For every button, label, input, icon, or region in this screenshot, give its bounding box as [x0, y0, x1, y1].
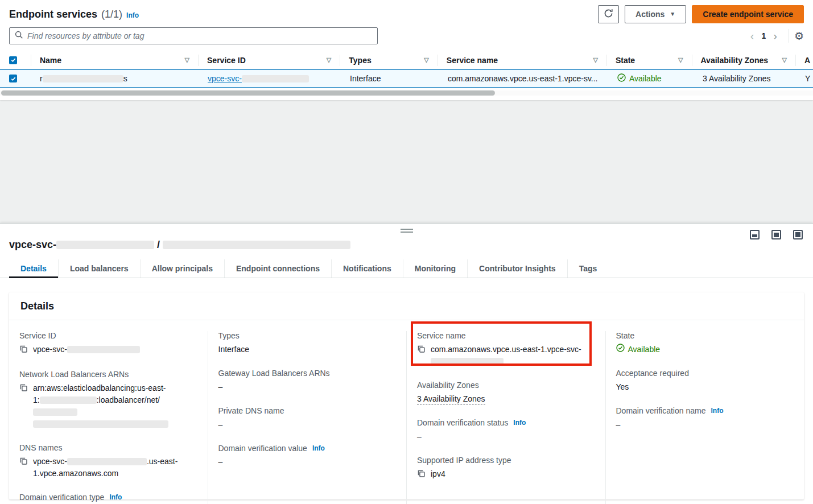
redacted-text	[242, 75, 309, 82]
tab-monitoring[interactable]: Monitoring	[403, 259, 467, 278]
search-icon	[15, 31, 23, 41]
column-header-service-id[interactable]: Service ID ▽	[199, 55, 340, 66]
prev-page-icon[interactable]: ‹	[745, 30, 760, 42]
cell-service-id: vpce-svc-	[199, 74, 341, 83]
refresh-icon	[604, 9, 613, 20]
redacted-text	[56, 241, 154, 249]
endpoint-services-panel: Endpoint services (1/1) Info Actions ▼ C…	[0, 0, 813, 100]
redacted-text	[40, 396, 97, 404]
details-card-heading: Details	[9, 292, 804, 320]
tab-endpoint-connections[interactable]: Endpoint connections	[224, 259, 331, 278]
sort-icon[interactable]: ▽	[185, 56, 189, 64]
actions-button[interactable]: Actions ▼	[625, 5, 686, 23]
pagination-divider	[788, 29, 789, 43]
search-input[interactable]	[27, 31, 372, 40]
details-column-1: Service ID vpce-svc- Network Load Balanc…	[9, 331, 208, 504]
search-box[interactable]	[9, 27, 378, 44]
copy-icon[interactable]	[19, 457, 28, 469]
title-info-link[interactable]: Info	[126, 11, 139, 19]
field-nlb-arns: Network Load Balancers ARNs arn:aws:elas…	[19, 370, 197, 430]
field-availability-zones: Availability Zones 3 Availability Zones	[417, 381, 595, 405]
field-types: Types Interface	[218, 331, 397, 356]
state-text: Available	[629, 74, 662, 83]
split-panel-drag-handle[interactable]	[401, 229, 413, 233]
column-header-types[interactable]: Types ▽	[340, 55, 438, 66]
table-row[interactable]: rs vpce-svc- Interface com.amazonaws.vpc…	[0, 69, 813, 88]
panel-size-medium-icon[interactable]	[771, 230, 781, 239]
field-supported-ip-address-type: Supported IP address type ipv4	[417, 456, 595, 481]
cell-availability-zones: 3 Availability Zones	[694, 74, 798, 83]
cell-name: rs	[31, 74, 199, 83]
sort-icon[interactable]: ▽	[593, 56, 597, 64]
sort-icon[interactable]: ▽	[782, 56, 787, 64]
check-circle-icon	[617, 73, 626, 84]
redacted-text	[431, 358, 504, 365]
redacted-text	[33, 420, 168, 428]
panel-size-small-icon[interactable]	[750, 230, 760, 239]
next-page-icon[interactable]: ›	[768, 30, 782, 42]
field-state: State Available	[616, 331, 794, 356]
info-link[interactable]: Info	[711, 407, 723, 415]
cell-state: Available	[609, 73, 694, 84]
sort-icon[interactable]: ▽	[327, 56, 331, 64]
row-checkbox[interactable]	[9, 75, 17, 82]
actions-button-label: Actions	[635, 10, 665, 19]
caret-down-icon: ▼	[670, 11, 675, 17]
field-dns-names: DNS names vpce-svc-.us-east-1.vpce.amazo…	[19, 443, 197, 480]
redacted-text	[163, 241, 350, 249]
column-header-name[interactable]: Name ▽	[31, 55, 199, 66]
availability-zones-popover-trigger[interactable]: 3 Availability Zones	[417, 394, 485, 404]
panel-size-large-icon[interactable]	[793, 230, 803, 239]
select-all-checkbox[interactable]	[9, 56, 17, 64]
tab-contributor-insights[interactable]: Contributor Insights	[467, 259, 567, 278]
info-link[interactable]: Info	[312, 444, 325, 452]
redacted-text	[67, 458, 147, 465]
info-link[interactable]: Info	[513, 419, 526, 427]
endpoint-services-page: Endpoint services (1/1) Info Actions ▼ C…	[0, 0, 813, 504]
sort-icon[interactable]: ▽	[678, 56, 683, 64]
scrollbar-thumb[interactable]	[1, 90, 495, 96]
selected-resource-title: vpce-svc- /	[0, 224, 813, 251]
horizontal-scrollbar[interactable]	[0, 90, 813, 96]
create-button-label: Create endpoint service	[703, 10, 793, 19]
field-domain-verification-value: Domain verification value Info –	[218, 444, 397, 468]
table-settings-gear-icon[interactable]: ⚙	[794, 31, 804, 42]
copy-icon[interactable]	[417, 345, 426, 357]
details-column-2: Types Interface Gateway Load Balancers A…	[208, 331, 407, 504]
column-header-acceptance[interactable]: A	[796, 55, 813, 66]
split-panel: vpce-svc- / Details Load balancers Allow…	[0, 223, 813, 504]
sort-icon[interactable]: ▽	[424, 56, 428, 64]
redacted-text	[33, 408, 77, 416]
tab-tags[interactable]: Tags	[567, 259, 609, 278]
column-header-service-name[interactable]: Service name ▽	[438, 55, 607, 66]
tab-allow-principals[interactable]: Allow principals	[140, 259, 224, 278]
service-id-link[interactable]: vpce-svc-	[208, 74, 309, 83]
field-private-dns-name: Private DNS name –	[218, 406, 397, 431]
check-circle-icon	[616, 344, 625, 356]
copy-icon[interactable]	[417, 469, 426, 481]
filter-row: ‹ 1 › ⚙	[0, 26, 813, 50]
details-column-3: Service name com.amazonaws.vpce.us-east-…	[406, 331, 605, 504]
field-domain-verification-type: Domain verification type Info –	[19, 493, 197, 504]
detail-tabs: Details Load balancers Allow principals …	[0, 259, 813, 278]
field-acceptance-required: Acceptance required Yes	[616, 369, 794, 393]
tab-details[interactable]: Details	[9, 259, 58, 278]
resource-count: (1/1)	[101, 9, 122, 20]
copy-icon[interactable]	[19, 383, 28, 395]
page-header: Endpoint services (1/1) Info Actions ▼ C…	[0, 0, 813, 26]
copy-icon[interactable]	[19, 345, 28, 357]
availability-zones-popover-trigger[interactable]: 3 Availability Zones	[703, 74, 771, 83]
split-panel-size-controls	[750, 230, 803, 239]
create-endpoint-service-button[interactable]: Create endpoint service	[692, 5, 804, 23]
cell-types: Interface	[341, 74, 439, 83]
current-page-number[interactable]: 1	[759, 31, 768, 40]
pagination: ‹ 1 › ⚙	[745, 29, 804, 43]
refresh-button[interactable]	[598, 5, 619, 23]
column-header-state[interactable]: State ▽	[607, 55, 692, 66]
field-service-name: Service name com.amazonaws.vpce.us-east-…	[417, 331, 595, 367]
column-header-availability-zones[interactable]: Availability Zones ▽	[692, 55, 796, 66]
tab-load-balancers[interactable]: Load balancers	[58, 259, 140, 278]
info-link[interactable]: Info	[109, 493, 122, 501]
tab-notifications[interactable]: Notifications	[331, 259, 403, 278]
cell-service-name: com.amazonaws.vpce.us-east-1.vpce-sv...	[439, 74, 609, 83]
